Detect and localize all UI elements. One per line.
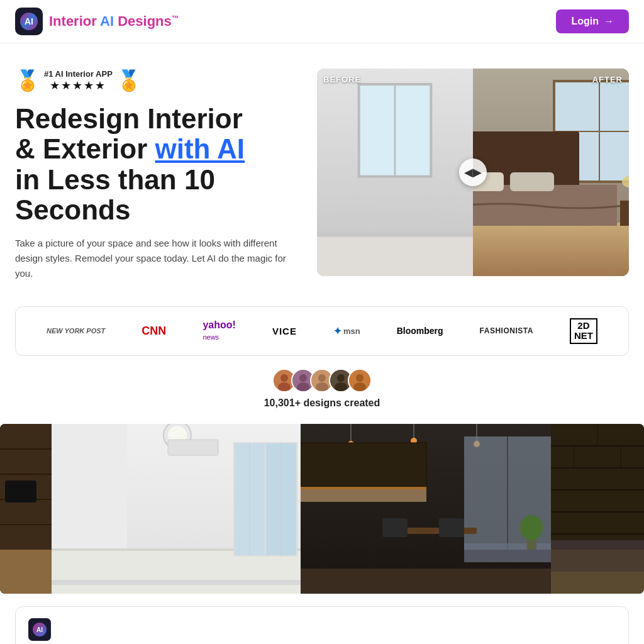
after-image [473, 69, 629, 276]
logo-designs: Designs [114, 13, 172, 29]
after-panel: AFTER [473, 69, 629, 276]
logo-tm: ™ [172, 14, 179, 23]
login-button[interactable]: Login → [556, 9, 629, 33]
logo-area: AI Interior AI Designs™ [15, 8, 179, 35]
before-label: BEFORE [323, 75, 361, 84]
msn-icon: ✦ [333, 325, 341, 337]
hero-section: 🏅 #1 AI Interior APP ★★★★★ 🏅 Redesign In… [0, 43, 644, 300]
svg-rect-58 [52, 580, 301, 585]
before-after-slider-button[interactable]: ◀▶ [459, 158, 487, 186]
header: AI Interior AI Designs™ Login → [0, 0, 644, 43]
logo-text: Interior AI Designs™ [49, 13, 179, 30]
avatar-group [272, 369, 372, 392]
svg-rect-5 [317, 235, 473, 276]
svg-point-37 [356, 374, 364, 382]
press-logo-msn: ✦ msn [333, 325, 360, 337]
hero-left: 🏅 #1 AI Interior APP ★★★★★ 🏅 Redesign In… [15, 69, 292, 281]
award-title: #1 AI Interior APP [44, 69, 113, 79]
svg-text:AI: AI [36, 626, 43, 633]
arrow-right-icon: → [604, 16, 614, 27]
headline-highlight: with AI [155, 133, 245, 164]
svg-rect-77 [301, 569, 551, 594]
after-label: AFTER [592, 75, 623, 84]
award-stars: ★★★★★ [44, 79, 113, 92]
svg-rect-66 [301, 443, 426, 487]
press-logo-nypost: NEW YORK POST [47, 327, 105, 335]
before-panel: BEFORE [317, 69, 473, 276]
press-logo-bloomberg: Bloomberg [397, 326, 443, 336]
svg-rect-76 [439, 518, 464, 537]
footer-strip: AI [15, 606, 629, 644]
svg-rect-21 [620, 201, 629, 226]
before-after-comparison: BEFORE [317, 69, 629, 276]
svg-rect-71 [464, 543, 551, 562]
svg-point-34 [337, 374, 345, 382]
login-label: Login [571, 16, 599, 27]
logo-ai: AI [100, 13, 114, 29]
logo-icon: AI [15, 8, 43, 35]
svg-point-73 [520, 515, 543, 540]
svg-rect-90 [551, 572, 644, 594]
gallery-item-4 [551, 424, 644, 594]
press-strip: NEW YORK POST CNN yahoo!news VICE ✦ msn … [15, 306, 629, 356]
svg-rect-75 [382, 518, 408, 537]
social-proof: 10,301+ designs created [15, 369, 629, 409]
hero-description: Take a picture of your space and see how… [15, 236, 292, 281]
svg-point-31 [318, 374, 326, 382]
svg-rect-8 [317, 232, 473, 237]
svg-point-25 [280, 374, 288, 382]
svg-rect-45 [5, 480, 36, 502]
hero-headline: Redesign Interior & Exterior with AI in … [15, 104, 292, 226]
before-image [317, 69, 473, 276]
gallery-item-3 [301, 424, 551, 594]
press-logo-yahoo: yahoo!news [203, 319, 235, 342]
logo-interior: Interior [49, 13, 100, 29]
svg-rect-67 [301, 487, 426, 489]
award-text: #1 AI Interior APP ★★★★★ [44, 69, 113, 92]
avatar-5 [348, 369, 372, 392]
svg-point-28 [299, 374, 307, 382]
award-badge: 🏅 #1 AI Interior APP ★★★★★ 🏅 [15, 69, 292, 92]
laurel-left-icon: 🏅 [15, 69, 40, 92]
press-logo-fashionista: FASHIONISTA [480, 326, 533, 335]
press-logo-zdnet: 2DNET [570, 318, 597, 344]
laurel-right-icon: 🏅 [116, 69, 142, 92]
svg-rect-11 [473, 223, 629, 276]
slider-arrows-icon: ◀▶ [464, 165, 482, 179]
footer-logo-icon: AI [28, 618, 51, 641]
gallery-item-1 [0, 424, 52, 594]
svg-rect-68 [301, 489, 426, 502]
svg-rect-18 [510, 172, 554, 191]
designs-count: 10,301+ designs created [264, 397, 380, 409]
gallery-item-2 [52, 424, 301, 594]
svg-rect-46 [0, 550, 52, 594]
svg-rect-57 [168, 440, 218, 455]
svg-text:AI: AI [25, 16, 33, 26]
gallery [0, 424, 644, 594]
press-logo-vice: VICE [272, 326, 297, 336]
svg-rect-89 [551, 550, 644, 572]
press-logo-cnn: CNN [142, 325, 166, 338]
